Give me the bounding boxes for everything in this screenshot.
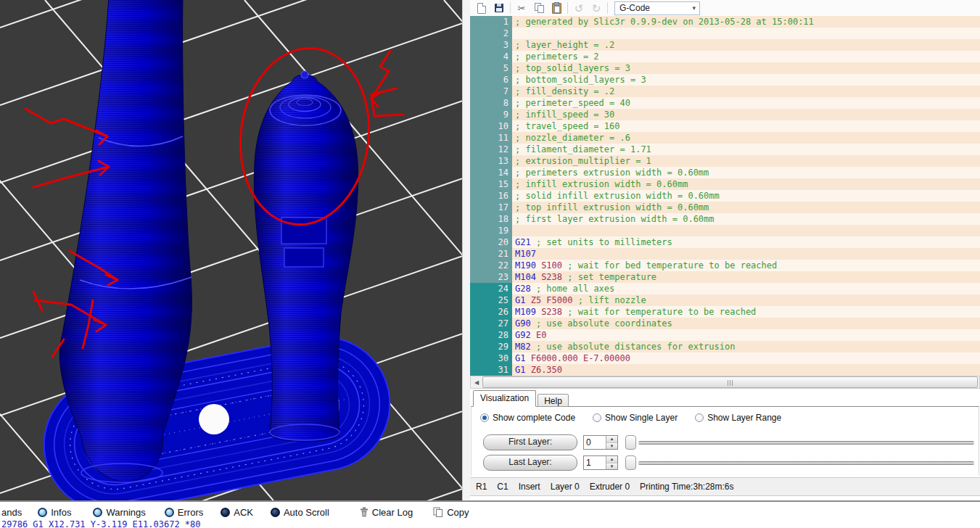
first-layer-row: First Layer: 0 ▲▼ [483,434,974,450]
clear-log-button[interactable]: Clear Log [360,507,413,518]
last-layer-spinbox[interactable]: 1 ▲▼ [583,455,618,470]
spin-up-icon[interactable]: ▲ [606,436,617,443]
3d-viewport[interactable] [0,0,462,500]
editor-line[interactable]: 12; filament_diameter = 1.71 [470,144,980,155]
redo-icon[interactable]: ↻ [588,1,605,16]
last-layer-button[interactable]: Last Layer: [483,455,577,471]
new-file-icon[interactable] [473,1,490,16]
editor-line[interactable]: 21M107 [470,248,980,260]
editor-line[interactable]: 20G21 ; set units to millimeters [470,236,980,248]
spin-down-icon[interactable]: ▼ [606,463,617,470]
toggle-auto-scroll[interactable]: Auto Scroll [271,507,329,518]
copy-log-button[interactable]: Copy [433,507,469,518]
line-number: 21 [470,248,512,260]
editor-line[interactable]: 15; infill extrusion width = 0.60mm [470,178,980,190]
editor-line[interactable]: 16; solid infill extrusion width = 0.60m… [470,190,980,202]
radio-show-layer-range[interactable]: Show Layer Range [695,413,781,423]
undo-icon[interactable]: ↺ [570,1,588,16]
first-layer-spinbox[interactable]: 0 ▲▼ [583,435,618,450]
last-layer-slider-thumb[interactable] [625,455,636,470]
editor-line[interactable]: 13; extrusion_multiplier = 1 [470,155,980,167]
editor-line[interactable]: 25G1 Z5 F5000 ; lift nozzle [470,294,980,306]
editor-line[interactable]: 31G1 Z6.350 [470,364,980,376]
line-number: 30 [470,352,512,364]
editor-line[interactable]: 24G28 ; home all axes [470,283,980,294]
editor-line[interactable]: 27G90 ; use absolute coordinates [470,318,980,329]
spin-down-icon[interactable]: ▼ [606,443,617,450]
scrollbar-thumb[interactable] [482,376,978,388]
scroll-left-arrow-icon[interactable]: ◀ [471,376,482,388]
toggle-ack[interactable]: ACK [221,507,253,518]
first-layer-button[interactable]: First Layer: [483,434,577,450]
last-layer-slider[interactable] [625,455,974,470]
editor-status-bar: R1 C1 Insert Layer 0 Extruder 0 Printing… [470,477,980,496]
editor-line[interactable]: 17; top infill extrusion width = 0.60mm [470,202,980,213]
editor-line[interactable]: 6; bottom_solid_layers = 3 [470,74,980,86]
editor-line[interactable]: 9; infill_speed = 30 [470,109,980,120]
line-number: 4 [470,51,512,62]
panel-splitter[interactable] [462,0,470,500]
first-layer-slider[interactable] [625,435,974,450]
last-layer-row: Last Layer: 1 ▲▼ [483,455,974,471]
editor-line[interactable]: 28G92 E0 [470,329,980,341]
editor-line[interactable]: 11; nozzle_diameter = .6 [470,132,980,144]
editor-line[interactable]: 14; perimeters extrusion width = 0.60mm [470,167,980,178]
gcode-type-dropdown[interactable]: G-Code ▾ [614,1,700,15]
last-layer-spinner[interactable]: ▲▼ [606,456,617,469]
radio-show-single-layer[interactable]: Show Single Layer [593,413,678,423]
line-code: G90 ; use absolute coordinates [512,318,980,329]
copy-icon[interactable] [530,1,548,16]
spin-up-icon[interactable]: ▲ [606,456,617,463]
status-row: R1 [476,482,487,492]
line-code [512,28,980,39]
line-code: ; infill_speed = 30 [512,109,980,120]
editor-line[interactable]: 8; perimeter_speed = 40 [470,97,980,109]
editor-line[interactable]: 4; perimeters = 2 [470,51,980,62]
line-code: ; filament_diameter = 1.71 [512,144,980,155]
editor-line[interactable]: 19 [470,225,980,236]
paste-icon[interactable] [548,1,565,16]
tab-visualization[interactable]: Visualization [473,390,536,407]
line-code: M107 [512,248,980,260]
line-code: ; top infill extrusion width = 0.60mm [512,202,980,213]
commands-button-truncated[interactable]: ands [1,507,22,518]
tab-help[interactable]: Help [538,394,569,407]
line-number: 6 [470,74,512,86]
editor-line[interactable]: 7; fill_density = .2 [470,86,980,97]
editor-line[interactable]: 29M82 ; use absolute distances for extru… [470,341,980,352]
gcode-text-editor[interactable]: 1; generated by Slic3r 0.9.9-dev on 2013… [470,16,980,376]
editor-line[interactable]: 18; first layer extrusion width = 0.60mm [470,213,980,225]
editor-line[interactable]: 1; generated by Slic3r 0.9.9-dev on 2013… [470,16,980,28]
editor-line[interactable]: 26M109 S238 ; wait for temperature to be… [470,306,980,318]
editor-line[interactable]: 10; travel_speed = 160 [470,120,980,132]
scrollbar-grip [727,376,733,389]
editor-line[interactable]: 2 [470,28,980,39]
editor-line[interactable]: 30G1 F6000.000 E-7.00000 [470,352,980,364]
line-code: M82 ; use absolute distances for extrusi… [512,341,980,352]
status-printing-time: Printing Time:3h:28m:6s [640,482,733,492]
line-number: 27 [470,318,512,329]
slider-groove [638,441,974,445]
infos-toggle-icon [38,508,47,517]
first-layer-slider-thumb[interactable] [625,435,636,450]
cut-icon[interactable]: ✂ [513,1,530,16]
line-number: 20 [470,236,512,248]
toggle-errors[interactable]: Errors [165,507,203,518]
toggle-warnings[interactable]: Warnings [93,507,145,518]
status-mode: Insert [519,482,540,492]
radio-show-complete-code[interactable]: Show complete Code [480,413,575,423]
first-layer-spinner[interactable]: ▲▼ [606,436,617,449]
save-icon[interactable] [490,1,508,16]
toggle-infos[interactable]: Infos [38,507,71,518]
editor-line[interactable]: 3; layer_height = .2 [470,39,980,51]
warnings-toggle-icon [93,508,102,517]
editor-line[interactable]: 5; top_solid_layers = 3 [470,62,980,74]
horizontal-scrollbar[interactable]: ◀ [470,376,980,389]
copy-icon [433,507,443,517]
editor-line[interactable]: 23M104 S238 ; set temperature [470,271,980,283]
last-layer-value[interactable]: 1 [584,456,606,469]
line-code: ; nozzle_diameter = .6 [512,132,980,144]
first-layer-value[interactable]: 0 [584,436,606,449]
line-number: 7 [470,86,512,97]
editor-line[interactable]: 22M190 S100 ; wait for bed temperature t… [470,260,980,271]
